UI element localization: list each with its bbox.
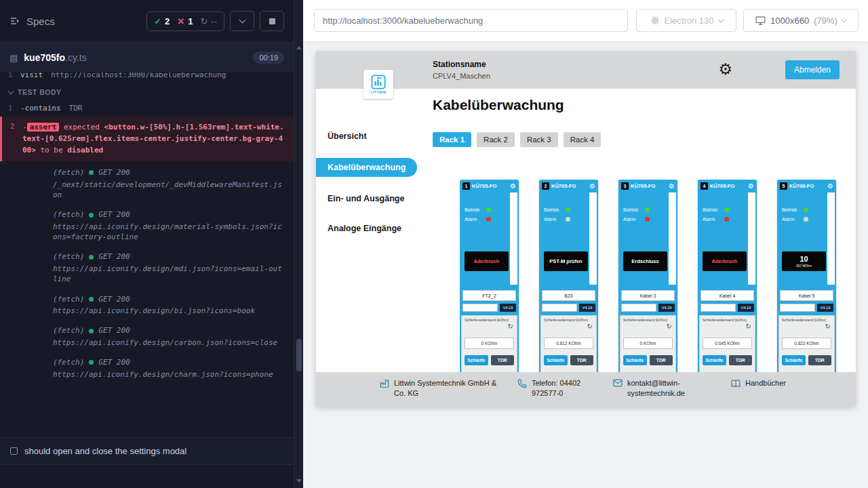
resistance-value: 0 KOhm <box>623 338 673 349</box>
resistance-panel: Schleifenwiderstand [kOhm] ↻ 0.645 KOhm … <box>699 315 755 372</box>
url-input[interactable]: http://localhost:3000/kabelueberwachung <box>314 9 628 32</box>
chevron-down-icon <box>842 16 847 22</box>
test-body-section[interactable]: TEST BODY <box>0 82 294 101</box>
fetch-list: (fetch) GET 200 /_next/static/developmen… <box>0 163 294 384</box>
card-status-button[interactable]: PST-M prüfen <box>544 251 588 271</box>
schleife-button[interactable]: Schleife <box>544 355 568 365</box>
firmware-version: V4.19 <box>579 304 595 312</box>
stop-button[interactable] <box>260 11 284 31</box>
specs-menu[interactable]: Specs <box>9 16 55 27</box>
device-card: 3 KÜ705-FO ⚙ Betrieb Alarm Erdschluss Ka… <box>618 180 677 372</box>
visit-command[interactable]: 1 visit http://localhost:3000/kabelueber… <box>0 73 294 82</box>
scrollbar-thumb[interactable] <box>296 339 302 371</box>
rack-tab[interactable]: Rack 1 <box>433 132 471 147</box>
tdr-button[interactable]: TDR <box>491 355 515 365</box>
tdr-button[interactable]: TDR <box>808 355 832 365</box>
fetch-log-entry[interactable]: (fetch) GET 200 https://api.iconify.desi… <box>0 321 294 352</box>
schleife-button[interactable]: Schleife <box>703 355 726 365</box>
viewport-select[interactable]: 1000x660 (79%) <box>743 9 859 32</box>
sidebar-item[interactable]: Kabelüberwachung <box>316 158 417 177</box>
fetch-url: https://api.iconify.design/carbon.json?i… <box>53 338 284 348</box>
alarm-label: Alarm <box>623 217 642 222</box>
fetch-log-entry[interactable]: (fetch) GET 200 https://api.iconify.desi… <box>0 205 294 247</box>
fetch-log-entry[interactable]: (fetch) GET 200 https://api.iconify.desi… <box>0 289 294 321</box>
card-status-button[interactable]: 10 ISO MOhm <box>782 251 826 271</box>
sidebar-item[interactable]: Übersicht <box>316 128 422 144</box>
card-side-strip <box>510 192 517 285</box>
rack-tab[interactable]: Rack 4 <box>564 132 601 147</box>
schleife-button[interactable]: Schleife <box>465 355 488 365</box>
refresh-icon[interactable]: ↻ <box>825 323 831 330</box>
card-side-strip <box>669 192 676 285</box>
card-gear-icon[interactable]: ⚙ <box>827 183 833 190</box>
scroll-up-icon[interactable] <box>296 46 302 49</box>
resistance-value: 0.822 KOhm <box>782 338 831 349</box>
card-gear-icon[interactable]: ⚙ <box>748 183 754 190</box>
rack-tab[interactable]: Rack 2 <box>477 132 515 147</box>
fetch-label: (fetch) <box>53 357 84 367</box>
resistance-panel: Schleifenwiderstand [kOhm] ↻ 0 KOhm Schl… <box>620 315 676 372</box>
card-status-text: Aderbruch <box>474 258 500 264</box>
browser-select[interactable]: Electron 130 <box>636 9 736 32</box>
refresh-icon[interactable]: ↻ <box>667 323 672 330</box>
refresh-icon[interactable]: ↻ <box>746 323 751 330</box>
test-square-icon <box>10 447 18 455</box>
scroll-down-icon[interactable] <box>296 479 302 483</box>
cable-label: B23 <box>542 290 595 301</box>
fetch-label: (fetch) <box>53 325 84 336</box>
tdr-button[interactable]: TDR <box>729 355 753 365</box>
schleife-button[interactable]: Schleife <box>782 355 806 365</box>
fetch-url: https://api.iconify.design/bi.json?icons… <box>53 306 284 316</box>
fetch-log-entry[interactable]: (fetch) GET 200 /_next/static/developmen… <box>0 163 294 205</box>
refresh-icon[interactable]: ↻ <box>587 323 593 330</box>
footer-manuals[interactable]: Handbücher <box>731 378 833 388</box>
fetch-log-entry[interactable]: (fetch) GET 200 https://api.iconify.desi… <box>0 352 294 384</box>
card-status-button[interactable]: Erdschluss <box>623 251 667 271</box>
card-status-button[interactable]: Aderbruch <box>465 251 509 271</box>
sidebar-item[interactable]: Analoge Eingänge <box>316 220 422 237</box>
betrieb-row: Betrieb <box>782 207 808 212</box>
alarm-label: Alarm <box>782 217 800 222</box>
command-number: 1 <box>0 73 20 79</box>
book-icon <box>731 379 741 388</box>
mail-icon <box>613 379 623 387</box>
fetch-url: /_next/static/development/_devMiddleware… <box>53 180 284 201</box>
aut-panel: http://localhost:3000/kabelueberwachung … <box>303 0 868 488</box>
spec-file-icon: ▤ <box>9 53 18 63</box>
refresh-icon[interactable]: ↻ <box>508 323 513 330</box>
version-row: V4.19 <box>542 304 595 312</box>
contains-command[interactable]: 1 -contains TDR <box>0 101 294 115</box>
chevron-down-icon <box>239 16 245 23</box>
card-model: KÜ705-FO <box>631 183 655 189</box>
card-number: 4 <box>701 182 708 190</box>
footer-email[interactable]: kontakt@littwin-systemtechnik.de <box>613 378 709 399</box>
card-gear-icon[interactable]: ⚙ <box>510 183 516 190</box>
status-dot-icon <box>89 360 94 365</box>
card-gear-icon[interactable]: ⚙ <box>589 183 595 190</box>
logout-button[interactable]: Abmelden <box>785 60 840 79</box>
card-number: 3 <box>621 182 629 190</box>
next-test-row[interactable]: should open and close the settings modal <box>0 437 294 465</box>
resistance-panel: Schleifenwiderstand [kOhm] ↻ 0 KOhm Schl… <box>461 315 517 372</box>
failed-assert-command[interactable]: 2 -assert expected <button.w-[50%].h-[1.… <box>0 117 294 161</box>
card-gear-icon[interactable]: ⚙ <box>669 183 675 190</box>
command-number: 1 <box>0 104 20 112</box>
device-card: 4 KÜ705-FO ⚙ Betrieb Alarm Aderbruch Kab… <box>698 180 757 372</box>
sidebar-item[interactable]: Ein- und Ausgänge <box>316 190 422 207</box>
cypress-scrollbar[interactable] <box>294 0 303 488</box>
collapse-button[interactable] <box>230 11 254 31</box>
settings-gear-icon[interactable]: ⚙ <box>718 62 732 77</box>
tdr-button[interactable]: TDR <box>650 355 673 365</box>
tdr-button[interactable]: TDR <box>570 355 594 365</box>
card-status-button[interactable]: Aderbruch <box>703 251 747 271</box>
schleife-button[interactable]: Schleife <box>623 355 647 365</box>
logo-text: LITTWIN <box>370 90 386 94</box>
fetch-log-entry[interactable]: (fetch) GET 200 https://api.iconify.desi… <box>0 247 294 289</box>
refresh-icon: ↻ <box>200 16 208 26</box>
betrieb-led <box>724 207 729 212</box>
rack-tab[interactable]: Rack 3 <box>520 132 558 147</box>
fetch-label: (fetch) <box>53 251 84 262</box>
factory-icon <box>380 379 389 388</box>
specs-list-icon <box>9 16 20 26</box>
spec-file-row[interactable]: ▤ kue705fo.cy.ts 00:19 <box>0 43 294 73</box>
